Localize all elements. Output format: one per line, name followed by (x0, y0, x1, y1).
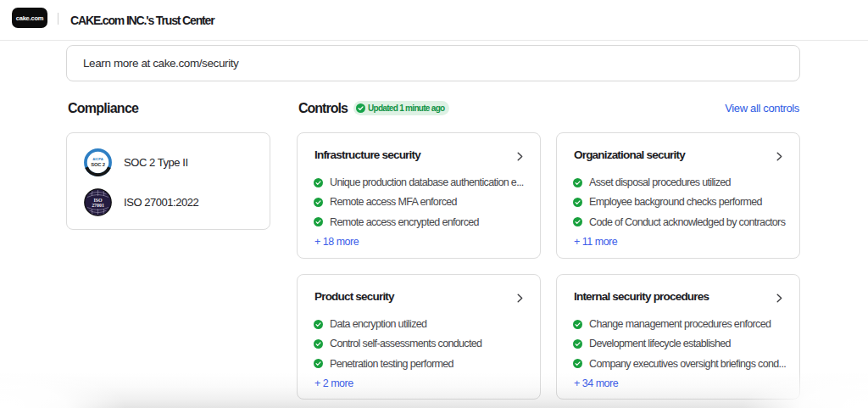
svg-text:AICPA: AICPA (92, 157, 103, 161)
svg-text:SOC 2: SOC 2 (91, 162, 106, 167)
svg-text:ISO: ISO (93, 198, 103, 203)
svg-text:27001: 27001 (92, 203, 104, 208)
